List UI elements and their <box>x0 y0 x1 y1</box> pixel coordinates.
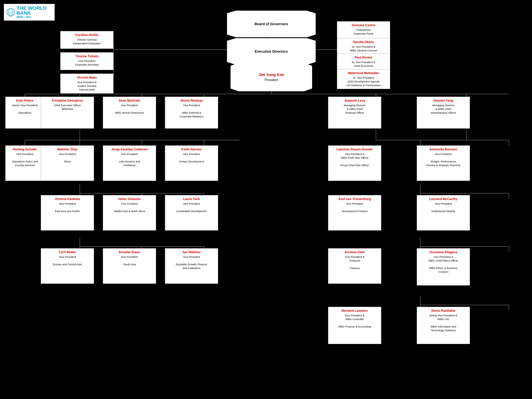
role-annette-dixon: Vice PresidentSouth Asia <box>105 255 154 266</box>
card-axel-van-trotsenburg: Axel van Trotsenburg Vice PresidentDevel… <box>328 195 381 231</box>
name-annette-dixon: Annette Dixon <box>105 250 154 254</box>
role-bernard-lauwers: Vice President &WBG ControllerWBG Financ… <box>330 314 379 329</box>
name-joaquim-levy: Joaquim Levy <box>330 99 379 103</box>
role-keith-hansen: Vice PresidentHuman Development <box>167 152 216 163</box>
card-kristalina-georgieva: Kristalina Georgieva Chief Executive Off… <box>41 97 94 129</box>
role-yvonne-tsikata: Vice PresidentCorporate Secretary <box>63 59 111 66</box>
role-mahmoud-mohieldin: Sr. Vice President2030 Development Agend… <box>339 76 388 87</box>
card-victoria-kwakwa: Victoria Kwakwa Vice PresidentEast Asia … <box>41 195 94 231</box>
president-role: President <box>265 78 278 82</box>
card-leonard-mccarthy: Leonard McCarthy Vice PresidentInstituti… <box>417 195 470 231</box>
card-sheila-redzepi: Sheila Redzepi Vice PresidentWBG Externa… <box>165 97 218 129</box>
role-caroline-heider: Director GeneralIndependent Evaluation <box>63 38 111 45</box>
role-sean-mcgrath: Vice PresidentWBG Human Resources <box>105 103 154 114</box>
role-hafez-ghanem: Vice PresidentMiddle East & North Africa <box>105 202 154 213</box>
card-kyle-peters: Kyle Peters Senior Vice PresidentOperati… <box>5 97 44 129</box>
name-axel-van-trotsenburg: Axel van Trotsenburg <box>330 197 379 201</box>
name-sean-mcgrath: Sean McGrath <box>105 99 154 103</box>
role-denis-robitaille: Acting Vice President &WBG CIOWBG Inform… <box>419 314 468 332</box>
card-bernard-lauwers: Bernard Lauwers Vice President &WBG Cont… <box>328 307 381 344</box>
role-antonella-bassani: Vice PresidentBudget, PerformanceReview … <box>419 152 468 167</box>
card-annette-dixon: Annette Dixon Vice PresidentSouth Asia <box>103 248 156 284</box>
role-jan-walliser: Vice PresidentEquitable Growth, Financea… <box>167 255 216 270</box>
role-kyle-peters: Senior Vice PresidentOperations <box>8 103 42 114</box>
role-leonard-mccarthy: Vice PresidentInstitutional Integrity <box>419 202 468 213</box>
role-shaolin-yang: Managing Director& WBG ChiefAdministrati… <box>419 103 468 114</box>
card-lakshmi-shyam-sunder: Lakshmi Shyam-Sunder Vice President &WBG… <box>328 146 381 181</box>
name-makhtar-diop: Makhtar Diop <box>43 147 92 152</box>
role-jorge-familiar: Vice PresidentLatin America andCaribbean <box>105 152 154 167</box>
name-leonard-mccarthy: Leonard McCarthy <box>419 197 468 201</box>
card-hafez-ghanem: Hafez Ghanem Vice PresidentMiddle East &… <box>103 195 156 231</box>
logo-box: THE WORLD BANK IBRD • IDA <box>4 4 55 21</box>
name-gonzalo-castro: Gonzalo Castro <box>339 23 388 27</box>
name-caroline-heider: Caroline Heider <box>63 33 111 37</box>
name-hiroshi-naka: Hiroshi Naka <box>63 76 111 80</box>
name-paul-romer: Paul Romer <box>339 56 388 60</box>
name-shaolin-yang: Shaolin Yang <box>419 99 468 103</box>
role-paul-romer: Sr. Vice President &Chief Economist <box>339 60 388 68</box>
role-axel-van-trotsenburg: Vice PresidentDevelopment Finance <box>330 202 379 213</box>
card-yvonne-tsikata: Yvonne Tsikata Vice PresidentCorporate S… <box>60 52 114 70</box>
name-hartwig-schafer: Hartwig Schafer <box>8 147 42 152</box>
role-victoria-kwakwa: Vice PresidentEast Asia and Pacific <box>43 202 92 213</box>
card-jorge-familiar: Jorge Familiar Calderon Vice PresidentLa… <box>103 146 156 181</box>
card-sean-mcgrath: Sean McGrath Vice PresidentWBG Human Res… <box>103 97 156 129</box>
role-kristalina-georgieva: Chief Executive OfficerIBRD/IDA <box>43 103 92 111</box>
role-lakshmi-shyam-sunder: Vice President &WBG Chief Risk OfficerGr… <box>330 152 379 167</box>
role-gonzalo-castro: ChairpersonInspection Panel <box>339 28 388 35</box>
role-makhtar-diop: Vice PresidentAfrica <box>43 152 92 163</box>
logo-text: THE WORLD BANK IBRD • IDA <box>17 6 52 19</box>
card-hartwig-schafer: Hartwig Schafer Vice PresidentOperations… <box>5 146 44 181</box>
card-ousmane-diagana: Ousmane Diagana Vice President &WBG Chie… <box>417 248 470 285</box>
name-ousmane-diagana: Ousmane Diagana <box>419 250 468 254</box>
executive-directors: Executive Directors <box>227 38 316 65</box>
card-laura-tuck: Laura Tuck Vice PresidentSustainable Dev… <box>165 195 218 231</box>
card-sandie-okoro: Sandie Okoro Sr. Vice President &WBG Gen… <box>337 38 390 54</box>
role-arunma-oteh: Vice President &TreasurerTreasury <box>330 255 379 270</box>
board-of-governors-label: Board of Governors <box>253 20 290 28</box>
card-keith-hansen: Keith Hansen Vice PresidentHuman Develop… <box>165 146 218 181</box>
world-bank-globe-icon <box>6 7 15 18</box>
name-lakshmi-shyam-sunder: Lakshmi Shyam-Sunder <box>330 147 379 152</box>
card-cyril-muller: Cyril Muller Vice PresidentEurope and Ce… <box>41 248 94 284</box>
name-jan-walliser: Jan Walliser <box>167 250 216 254</box>
logo-subtitle: IBRD • IDA <box>17 16 52 19</box>
card-makhtar-diop: Makhtar Diop Vice PresidentAfrica <box>41 146 94 181</box>
executive-directors-label: Executive Directors <box>253 47 290 56</box>
card-arunma-oteh: Arunma Oteh Vice President &TreasurerTre… <box>328 248 381 284</box>
card-mahmoud-mohieldin: Mahmoud Mohieldin Sr. Vice President2030… <box>337 69 390 89</box>
card-jan-walliser: Jan Walliser Vice PresidentEquitable Gro… <box>165 248 218 284</box>
name-keith-hansen: Keith Hansen <box>167 147 216 152</box>
name-hafez-ghanem: Hafez Ghanem <box>105 197 154 201</box>
role-sandie-okoro: Sr. Vice President &WBG General Counsel <box>339 45 388 52</box>
name-sheila-redzepi: Sheila Redzepi <box>167 99 216 103</box>
name-jorge-familiar: Jorge Familiar Calderon <box>105 147 154 152</box>
name-yvonne-tsikata: Yvonne Tsikata <box>63 54 111 58</box>
role-hartwig-schafer: Vice PresidentOperations Policy andCount… <box>8 152 42 167</box>
org-chart: THE WORLD BANK IBRD • IDA Board of Gover… <box>0 0 532 399</box>
role-cyril-muller: Vice PresidentEurope and Central Asia <box>43 255 92 266</box>
card-caroline-heider: Caroline Heider Director GeneralIndepend… <box>60 31 114 49</box>
role-joaquim-levy: Managing Director& WBG ChiefFinancial Of… <box>330 103 379 114</box>
name-arunma-oteh: Arunma Oteh <box>330 250 379 254</box>
president-name: Jim Yong Kim <box>259 72 284 77</box>
card-gonzalo-castro: Gonzalo Castro ChairpersonInspection Pan… <box>337 21 390 39</box>
card-shaolin-yang: Shaolin Yang Managing Director& WBG Chie… <box>417 97 470 129</box>
name-victoria-kwakwa: Victoria Kwakwa <box>43 197 92 201</box>
card-antonella-bassani: Antonella Bassani Vice PresidentBudget, … <box>417 146 470 181</box>
name-antonella-bassani: Antonella Bassani <box>419 147 468 152</box>
name-kyle-peters: Kyle Peters <box>8 99 42 103</box>
president-box: Jim Yong Kim President <box>231 63 312 91</box>
name-mahmoud-mohieldin: Mahmoud Mohieldin <box>339 71 388 75</box>
role-ousmane-diagana: Vice President &WBG Chief Ethics Officer… <box>419 255 468 274</box>
logo-title: THE WORLD BANK <box>17 6 52 16</box>
card-joaquim-levy: Joaquim Levy Managing Director& WBG Chie… <box>328 97 381 129</box>
name-bernard-lauwers: Bernard Lauwers <box>330 309 379 313</box>
name-denis-robitaille: Denis Robitaille <box>419 309 468 313</box>
role-sheila-redzepi: Vice PresidentWBG External &Corporate Re… <box>167 103 216 118</box>
name-cyril-muller: Cyril Muller <box>43 250 92 254</box>
name-kristalina-georgieva: Kristalina Georgieva <box>43 99 92 103</box>
role-laura-tuck: Vice PresidentSustainable Development <box>167 202 216 213</box>
card-denis-robitaille: Denis Robitaille Acting Vice President &… <box>417 307 470 344</box>
